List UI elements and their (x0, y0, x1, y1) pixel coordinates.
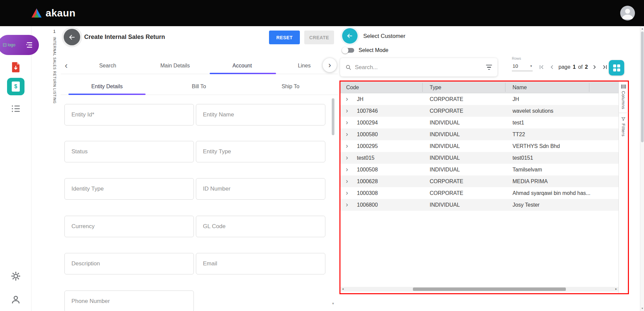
tabs-scroll-left-icon[interactable]: ‹ (65, 57, 68, 74)
header-name[interactable]: Name (513, 82, 527, 93)
cell-type: INDIVIDUAL (430, 199, 503, 211)
email-field[interactable] (196, 253, 325, 274)
sidebar-item-account[interactable] (0, 295, 32, 305)
grid-view-button[interactable] (609, 60, 624, 75)
entity-name-field[interactable] (196, 104, 325, 125)
table-row[interactable]: › 1006800 INDIVIDUAL Josy Tester (340, 199, 619, 211)
columns-side-tab[interactable]: Columns (619, 82, 628, 109)
cell-type: CORPORATE (430, 105, 503, 117)
rows-per-page-select[interactable]: Rows 10 ▾ (512, 56, 533, 71)
row-expand-chevron-icon[interactable]: › (346, 152, 348, 164)
scroll-right-icon[interactable]: ► (614, 287, 619, 292)
entity-type-field[interactable] (196, 141, 325, 162)
brand-logo[interactable]: akaun (31, 7, 75, 19)
currency-field[interactable] (64, 216, 194, 237)
id-number-field[interactable] (196, 178, 325, 200)
header-code[interactable]: Code (346, 82, 359, 93)
user-avatar[interactable] (620, 6, 635, 20)
cell-name: Tamilselvam (513, 164, 613, 175)
table-row[interactable]: › 1000308 CORPORATE Ahmad syarqawi bin m… (340, 187, 619, 199)
account-subtabs: Entity Details Bill To Ship To (61, 78, 338, 95)
subtab-ship-to[interactable]: Ship To (262, 78, 319, 95)
customer-back-button[interactable] (342, 28, 358, 44)
cell-code: test015 (357, 152, 421, 164)
table-row[interactable]: › 1000295 INDIVIDUAL VERTHYS Sdn Bhd (340, 140, 619, 152)
row-expand-chevron-icon[interactable]: › (346, 164, 348, 175)
tab-search[interactable]: Search (76, 57, 140, 74)
cell-code: 1000628 (357, 175, 421, 187)
window-scrollbar[interactable]: ▲ ▼ (640, 26, 644, 311)
menu-open-icon[interactable] (25, 42, 34, 48)
last-page-button[interactable] (601, 63, 609, 71)
dropdown-caret-icon: ▾ (530, 64, 532, 68)
sidebar-item-listing[interactable] (0, 105, 32, 113)
table-row[interactable]: › 1000294 INDIVIDUAL test1 (340, 117, 619, 128)
gl-code-field[interactable] (196, 216, 325, 237)
sidebar-logo-pill[interactable]: logo (0, 35, 39, 55)
filters-side-tab[interactable]: Filters (619, 114, 628, 137)
entity-id-field[interactable] (64, 104, 194, 125)
sidebar-item-billing[interactable]: $ (0, 78, 32, 95)
panel-scrollbar-thumb[interactable] (332, 98, 334, 135)
subtab-entity-details[interactable]: Entity Details (68, 78, 146, 95)
scroll-up-icon[interactable]: ▲ (640, 27, 644, 30)
toggle-knob (342, 47, 348, 54)
pdf-export-icon (11, 62, 21, 72)
description-field[interactable] (64, 253, 194, 274)
table-row[interactable]: › JH CORPORATE JH (340, 93, 619, 105)
tabs-scroll-right-icon[interactable]: › (323, 58, 337, 72)
select-mode-toggle[interactable] (342, 47, 355, 54)
table-row[interactable]: › 1000508 INDIVIDUAL Tamilselvam (340, 164, 619, 175)
customer-search-input[interactable] (355, 64, 483, 71)
customer-table-region: Code Type Name › JH CORPORATE JH › 10078… (339, 81, 629, 294)
cell-code: 1000295 (357, 140, 421, 152)
hscroll-thumb[interactable] (413, 288, 566, 291)
reset-button[interactable]: RESET (269, 31, 300, 44)
columns-icon (621, 85, 626, 89)
vertical-tab-label[interactable]: INTERNAL SALES RETURN LISTING (53, 37, 56, 114)
scroll-left-icon[interactable]: ◄ (340, 287, 345, 292)
table-horizontal-scrollbar[interactable]: ◄ ► (340, 287, 619, 292)
window-scrollbar-thumb[interactable] (641, 32, 644, 142)
row-expand-chevron-icon[interactable]: › (346, 199, 348, 211)
next-page-button[interactable] (590, 63, 598, 71)
page-title: Create Internal Sales Return (84, 34, 165, 41)
tab-account[interactable]: Account (210, 57, 274, 74)
sidebar-item-pdf[interactable] (0, 62, 32, 72)
filter-funnel-icon (621, 117, 626, 121)
filter-list-icon[interactable] (486, 65, 492, 70)
tab-main-details[interactable]: Main Details (143, 57, 207, 74)
cell-name: VERTHYS Sdn Bhd (513, 140, 613, 152)
row-expand-chevron-icon[interactable]: › (346, 128, 348, 140)
prev-page-button[interactable] (548, 63, 556, 71)
header-type[interactable]: Type (430, 82, 441, 93)
cell-type: INDIVIDUAL (430, 140, 503, 152)
customer-table-body: › JH CORPORATE JH › 1007846 CORPORATE wa… (340, 93, 619, 211)
active-tab-underline (210, 73, 276, 74)
status-field[interactable] (64, 141, 194, 162)
back-button[interactable] (64, 29, 80, 45)
create-button[interactable]: CREATE (304, 31, 334, 44)
panel-scroll-down-icon[interactable]: ▼ (331, 302, 335, 305)
scroll-down-icon[interactable]: ▼ (640, 307, 644, 310)
table-row[interactable]: › test015 INDIVIDUAL test0151 (340, 152, 619, 164)
cell-type: CORPORATE (430, 93, 503, 105)
phone-number-field[interactable] (64, 291, 194, 311)
row-expand-chevron-icon[interactable]: › (346, 105, 348, 117)
grid-icon (613, 64, 620, 71)
row-expand-chevron-icon[interactable]: › (346, 117, 348, 128)
sidebar-item-settings[interactable] (0, 271, 32, 281)
subtab-bill-to[interactable]: Bill To (170, 78, 227, 95)
table-row[interactable]: › 1000580 INDIVIDUAL TT22 (340, 128, 619, 140)
identity-type-field[interactable] (64, 178, 194, 200)
table-row[interactable]: › 1007846 CORPORATE wavelet solutions (340, 105, 619, 117)
row-expand-chevron-icon[interactable]: › (346, 93, 348, 105)
row-expand-chevron-icon[interactable]: › (346, 140, 348, 152)
row-expand-chevron-icon[interactable]: › (346, 187, 348, 199)
table-row[interactable]: › 1000628 CORPORATE MEDIA PRIMA (340, 175, 619, 187)
select-customer-panel: Select Customer Select Mode Rows 10 (338, 26, 644, 311)
cell-name: test1 (513, 117, 613, 128)
sidebar: logo $ (0, 26, 32, 311)
first-page-button[interactable] (538, 63, 546, 71)
row-expand-chevron-icon[interactable]: › (346, 175, 348, 187)
